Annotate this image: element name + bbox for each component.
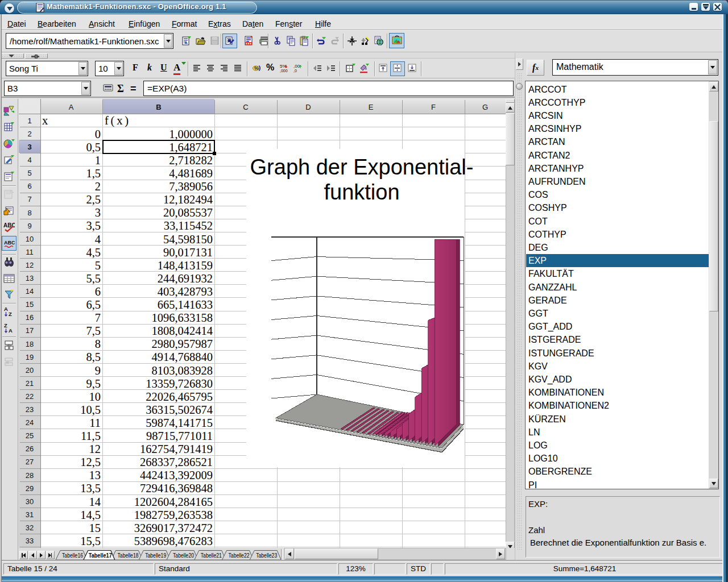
svg-text:15,5: 15,5 — [80, 535, 101, 547]
svg-text:54,598150: 54,598150 — [163, 233, 213, 246]
svg-text:1: 1 — [27, 117, 31, 125]
svg-text:D: D — [305, 103, 311, 111]
svg-text:3269017,372472: 3269017,372472 — [134, 522, 213, 534]
svg-text:ABC: ABC — [3, 222, 15, 228]
svg-text:%: % — [254, 65, 259, 71]
svg-text:18: 18 — [26, 340, 34, 348]
svg-text:11,5: 11,5 — [81, 430, 101, 442]
svg-text:162754,791419: 162754,791419 — [140, 443, 213, 455]
svg-text:3: 3 — [27, 143, 31, 151]
svg-text:9,5: 9,5 — [86, 377, 101, 390]
svg-text:E: E — [369, 103, 374, 111]
svg-text:1,5: 1,5 — [86, 167, 101, 180]
svg-text:15: 15 — [26, 300, 34, 309]
svg-text:13: 13 — [26, 274, 34, 282]
svg-text:A: A — [69, 103, 74, 111]
svg-text:98715,771011: 98715,771011 — [146, 430, 213, 442]
svg-text:8: 8 — [27, 209, 31, 217]
svg-text:Tabelle16: Tabelle16 — [62, 552, 83, 559]
svg-text:30: 30 — [26, 497, 34, 506]
svg-text:5,5: 5,5 — [86, 272, 101, 285]
svg-text:33: 33 — [26, 537, 34, 545]
svg-text:B: B — [156, 103, 161, 111]
svg-text:10,5: 10,5 — [80, 404, 101, 416]
svg-text:C: C — [243, 103, 248, 111]
svg-text:,0: ,0 — [293, 69, 297, 73]
svg-text:G: G — [482, 103, 488, 111]
svg-text:2: 2 — [27, 130, 31, 138]
svg-text:8,5: 8,5 — [86, 351, 101, 363]
svg-text:Tabelle18: Tabelle18 — [118, 552, 139, 559]
svg-text:2,718282: 2,718282 — [169, 154, 213, 167]
svg-text:F: F — [431, 103, 436, 111]
svg-text:4,5: 4,5 — [86, 246, 101, 259]
svg-text:268337,286521: 268337,286521 — [140, 456, 213, 468]
svg-text:Z: Z — [4, 322, 7, 329]
svg-text:7: 7 — [95, 311, 101, 324]
svg-text:7: 7 — [27, 195, 31, 203]
svg-text:5%: 5% — [280, 64, 287, 69]
svg-text:244,691932: 244,691932 — [158, 272, 213, 285]
svg-text:Tabelle22: Tabelle22 — [229, 552, 250, 559]
svg-text:28: 28 — [26, 471, 34, 480]
svg-text:13,5: 13,5 — [80, 482, 101, 494]
svg-text:5389698,476283: 5389698,476283 — [134, 535, 213, 547]
svg-text:14: 14 — [89, 496, 101, 508]
svg-text:90,017131: 90,017131 — [163, 246, 213, 259]
svg-text:16: 16 — [26, 313, 34, 322]
svg-text:1202604,284165: 1202604,284165 — [134, 496, 213, 508]
svg-text:20: 20 — [26, 366, 34, 375]
svg-text:5: 5 — [95, 259, 101, 272]
svg-text:6,5: 6,5 — [86, 298, 101, 311]
svg-text:1,648721: 1,648721 — [169, 141, 213, 153]
svg-text:12,5: 12,5 — [80, 456, 101, 468]
svg-text:x: x — [42, 114, 48, 127]
svg-text:148,413159: 148,413159 — [158, 259, 213, 272]
svg-text:2,5: 2,5 — [86, 193, 101, 206]
svg-text:9: 9 — [95, 364, 101, 377]
svg-text:ABC: ABC — [4, 240, 15, 246]
svg-text:5: 5 — [27, 169, 31, 177]
svg-text:31: 31 — [26, 510, 34, 519]
svg-text:Graph der Exponential-: Graph der Exponential- — [250, 155, 474, 179]
svg-text:13: 13 — [89, 469, 101, 481]
svg-text:9: 9 — [27, 222, 31, 230]
svg-text:2: 2 — [95, 180, 101, 193]
svg-text:12: 12 — [89, 443, 101, 455]
svg-text:17: 17 — [26, 326, 34, 335]
svg-text:665,141633: 665,141633 — [158, 298, 213, 311]
svg-text:0,5: 0,5 — [86, 141, 101, 153]
svg-text:1808,042414: 1808,042414 — [151, 325, 213, 337]
svg-text:1,000000: 1,000000 — [169, 128, 213, 140]
svg-text:4: 4 — [95, 233, 101, 246]
svg-text:8: 8 — [95, 338, 101, 350]
svg-text:funktion: funktion — [324, 180, 399, 204]
svg-text:Tabelle23: Tabelle23 — [256, 552, 277, 559]
svg-text:7,5: 7,5 — [86, 325, 101, 337]
svg-text:0: 0 — [95, 128, 101, 140]
svg-text:Tabelle20: Tabelle20 — [173, 552, 194, 559]
svg-text:15: 15 — [89, 522, 101, 534]
svg-text:4914,768840: 4914,768840 — [151, 351, 213, 363]
svg-text:11: 11 — [89, 417, 101, 429]
svg-text:13359,726830: 13359,726830 — [146, 377, 213, 390]
svg-text:1096,633158: 1096,633158 — [151, 311, 213, 324]
svg-text:32: 32 — [26, 523, 34, 532]
svg-text:6: 6 — [27, 182, 31, 190]
svg-text:14: 14 — [26, 287, 34, 296]
svg-text:12,182494: 12,182494 — [163, 193, 213, 206]
svg-text:59874,141715: 59874,141715 — [146, 417, 213, 429]
svg-text:f(x): f(x) — [105, 114, 129, 127]
svg-text:21: 21 — [26, 379, 34, 388]
svg-text:14,5: 14,5 — [80, 509, 101, 521]
svg-text:27: 27 — [26, 458, 34, 466]
svg-text:3: 3 — [95, 206, 101, 219]
svg-text:Tabelle19: Tabelle19 — [145, 552, 166, 559]
svg-text:10: 10 — [26, 235, 34, 243]
svg-text:7,389056: 7,389056 — [169, 180, 213, 193]
svg-text:36315,502674: 36315,502674 — [146, 404, 213, 416]
svg-text:Z: Z — [9, 311, 12, 317]
svg-text:20,085537: 20,085537 — [163, 206, 213, 219]
svg-text:24: 24 — [26, 418, 34, 427]
svg-text:26: 26 — [26, 444, 34, 453]
